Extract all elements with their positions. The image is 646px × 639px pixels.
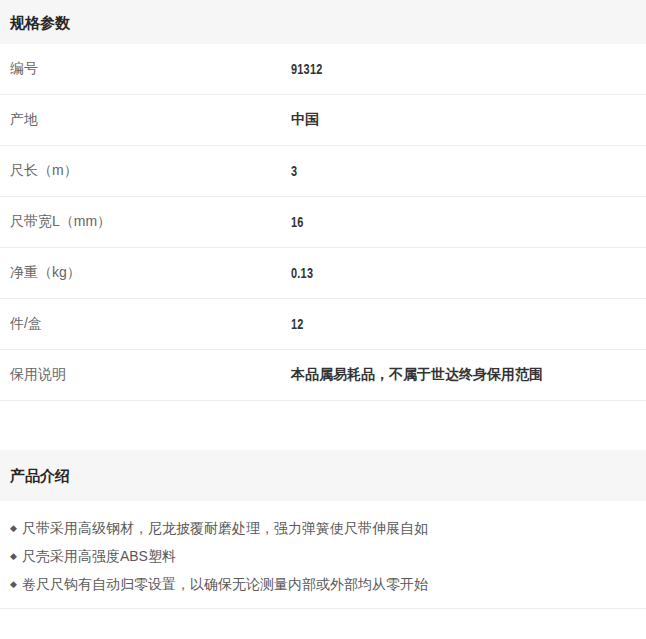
spec-row-value: 0.13 — [291, 265, 313, 281]
spec-section: 规格参数 编号91312产地中国尺长（m）3尺带宽L（mm）16净重（kg）0.… — [0, 0, 646, 401]
feature-item-text: 尺壳采用高强度ABS塑料 — [22, 548, 176, 564]
spec-row-label: 件/盒 — [10, 315, 291, 333]
spec-row-label: 尺带宽L（mm） — [10, 213, 291, 231]
spec-row-label: 净重（kg） — [10, 264, 291, 282]
product-detail-page: 规格参数 编号91312产地中国尺长（m）3尺带宽L（mm）16净重（kg）0.… — [0, 0, 646, 639]
spec-row-label: 编号 — [10, 60, 291, 78]
spec-row: 保用说明本品属易耗品，不属于世达终身保用范围 — [0, 350, 646, 401]
spec-row-value: 12 — [291, 316, 304, 332]
spec-row: 净重（kg）0.13 — [0, 248, 646, 299]
spec-row: 件/盒12 — [0, 299, 646, 350]
feature-item: ◆尺带采用高级钢材，尼龙披覆耐磨处理，强力弹簧使尺带伸展自如 — [10, 514, 636, 542]
spec-row: 尺带宽L（mm）16 — [0, 197, 646, 248]
spec-section-title: 规格参数 — [10, 15, 70, 30]
feature-item: ◆尺壳采用高强度ABS塑料 — [10, 542, 636, 570]
spec-row-value: 91312 — [291, 61, 323, 77]
intro-section-header: 产品介绍 — [0, 450, 646, 501]
spec-row-label: 产地 — [10, 111, 291, 129]
spec-row: 产地中国 — [0, 95, 646, 146]
spec-row-value: 本品属易耗品，不属于世达终身保用范围 — [291, 366, 543, 384]
spec-section-header: 规格参数 — [0, 0, 646, 44]
spec-row-label: 尺长（m） — [10, 162, 291, 180]
diamond-bullet-icon: ◆ — [10, 570, 17, 598]
intro-section: 产品介绍 ◆尺带采用高级钢材，尼龙披覆耐磨处理，强力弹簧使尺带伸展自如◆尺壳采用… — [0, 450, 646, 598]
bottom-divider — [0, 608, 646, 609]
feature-item: ◆卷尺尺钩有自动归零设置，以确保无论测量内部或外部均从零开始 — [10, 570, 636, 598]
intro-section-title: 产品介绍 — [10, 468, 70, 483]
spec-row-value: 3 — [291, 163, 297, 179]
feature-item-text: 尺带采用高级钢材，尼龙披覆耐磨处理，强力弹簧使尺带伸展自如 — [22, 520, 428, 536]
spec-row: 编号91312 — [0, 44, 646, 95]
spec-table: 编号91312产地中国尺长（m）3尺带宽L（mm）16净重（kg）0.13件/盒… — [0, 44, 646, 401]
spec-row-label: 保用说明 — [10, 366, 291, 384]
spec-row-value: 中国 — [291, 111, 319, 129]
spec-row: 尺长（m）3 — [0, 146, 646, 197]
diamond-bullet-icon: ◆ — [10, 542, 17, 570]
diamond-bullet-icon: ◆ — [10, 514, 17, 542]
feature-item-text: 卷尺尺钩有自动归零设置，以确保无论测量内部或外部均从零开始 — [22, 576, 428, 592]
spec-row-value: 16 — [291, 214, 304, 230]
feature-list: ◆尺带采用高级钢材，尼龙披覆耐磨处理，强力弹簧使尺带伸展自如◆尺壳采用高强度AB… — [0, 501, 646, 598]
